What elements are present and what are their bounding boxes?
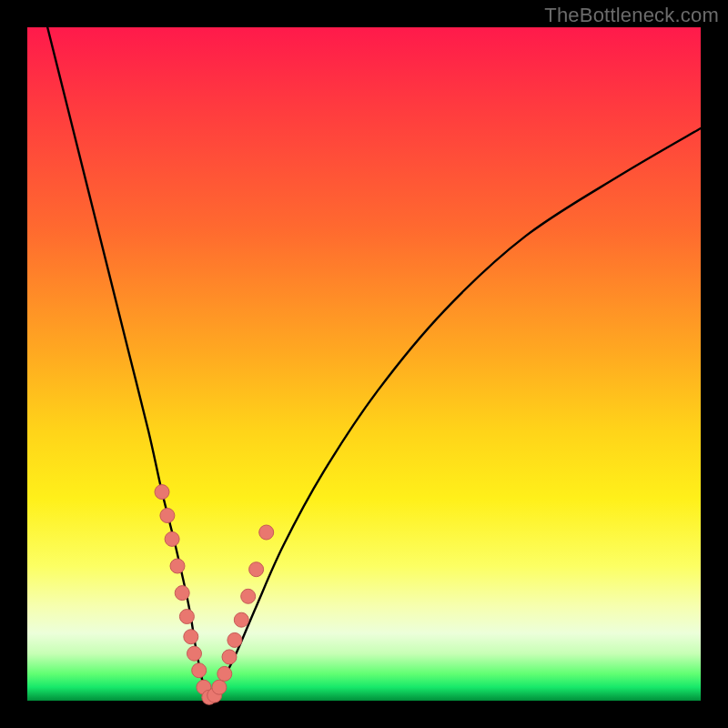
marker-point	[175, 586, 189, 601]
marker-point	[259, 525, 274, 540]
marker-point	[212, 680, 227, 694]
marker-point	[184, 630, 198, 644]
watermark-text: TheBottleneck.com	[544, 4, 719, 27]
marker-point	[222, 650, 237, 664]
marker-point	[179, 610, 194, 624]
marker-point	[187, 646, 202, 661]
chart-svg	[27, 27, 701, 701]
marker-group	[155, 485, 274, 705]
marker-point	[228, 632, 242, 647]
marker-point	[192, 663, 207, 678]
chart-frame: TheBottleneck.com	[0, 0, 728, 728]
marker-point	[155, 485, 169, 500]
marker-point	[249, 562, 264, 577]
marker-point	[170, 559, 185, 573]
bottleneck-curve	[47, 27, 701, 702]
marker-point	[160, 509, 175, 523]
marker-point	[217, 666, 232, 681]
marker-point	[241, 589, 256, 603]
marker-point	[165, 531, 179, 546]
marker-point	[234, 612, 248, 627]
plot-area	[27, 27, 701, 701]
